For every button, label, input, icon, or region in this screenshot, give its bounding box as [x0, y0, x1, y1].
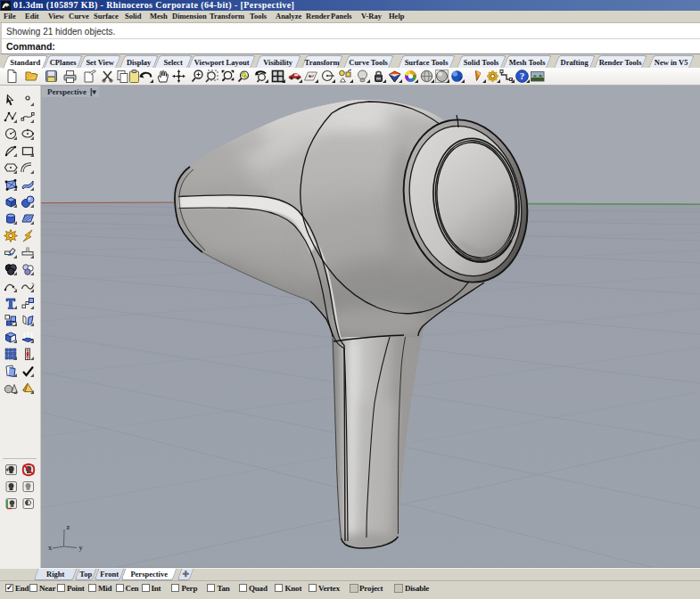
svg-text:z: z: [67, 522, 70, 531]
svg-text:Perspective: Perspective: [47, 87, 86, 96]
svg-text:|▾: |▾: [90, 87, 96, 96]
svg-text:?: ?: [519, 70, 524, 81]
